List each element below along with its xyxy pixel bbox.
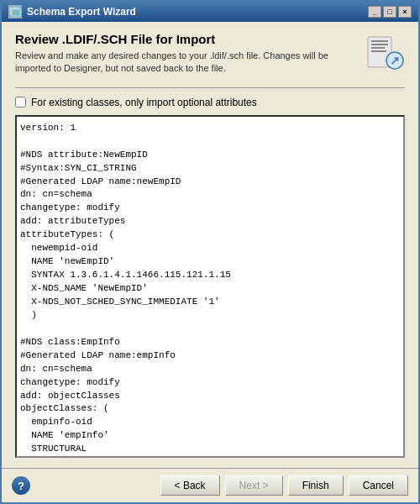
next-button[interactable]: Next > bbox=[225, 475, 283, 496]
close-button[interactable]: × bbox=[398, 6, 412, 18]
svg-rect-6 bbox=[371, 50, 386, 52]
back-button[interactable]: < Back bbox=[160, 475, 220, 496]
svg-rect-5 bbox=[371, 47, 385, 49]
section-description: Review and make any desired changes to y… bbox=[15, 50, 365, 76]
section-title: Review .LDIF/.SCH File for Import bbox=[15, 32, 365, 46]
svg-rect-1 bbox=[12, 9, 20, 16]
bottom-right: < Back Next > Finish Cancel bbox=[160, 475, 408, 496]
svg-text:↗: ↗ bbox=[390, 54, 400, 67]
separator bbox=[15, 87, 405, 88]
cancel-button[interactable]: Cancel bbox=[349, 475, 408, 496]
minimize-button[interactable]: _ bbox=[368, 6, 381, 18]
title-bar-icon bbox=[8, 5, 22, 18]
title-bar: Schema Export Wizard _ □ × bbox=[2, 2, 418, 22]
bottom-bar: ? < Back Next > Finish Cancel bbox=[2, 468, 418, 502]
bottom-left: ? bbox=[12, 476, 30, 495]
checkbox-label[interactable]: For existing classes, only import option… bbox=[31, 97, 257, 108]
main-content: Review .LDIF/.SCH File for Import Review… bbox=[2, 22, 418, 468]
title-bar-text: Schema Export Wizard bbox=[27, 6, 136, 18]
title-bar-controls[interactable]: _ □ × bbox=[368, 6, 412, 18]
checkbox-row[interactable]: For existing classes, only import option… bbox=[15, 97, 405, 108]
finish-button[interactable]: Finish bbox=[288, 475, 344, 496]
code-textarea-container bbox=[15, 115, 405, 458]
title-bar-left: Schema Export Wizard bbox=[8, 5, 136, 18]
svg-rect-3 bbox=[371, 40, 388, 42]
section-header: Review .LDIF/.SCH File for Import Review… bbox=[15, 32, 405, 76]
help-button[interactable]: ? bbox=[12, 476, 30, 495]
maximize-button[interactable]: □ bbox=[383, 6, 396, 18]
header-text-block: Review .LDIF/.SCH File for Import Review… bbox=[15, 32, 365, 76]
svg-rect-4 bbox=[371, 44, 388, 45]
section-icon: ↗ bbox=[365, 32, 405, 72]
code-textarea[interactable] bbox=[17, 117, 403, 456]
import-optional-checkbox[interactable] bbox=[15, 97, 26, 108]
